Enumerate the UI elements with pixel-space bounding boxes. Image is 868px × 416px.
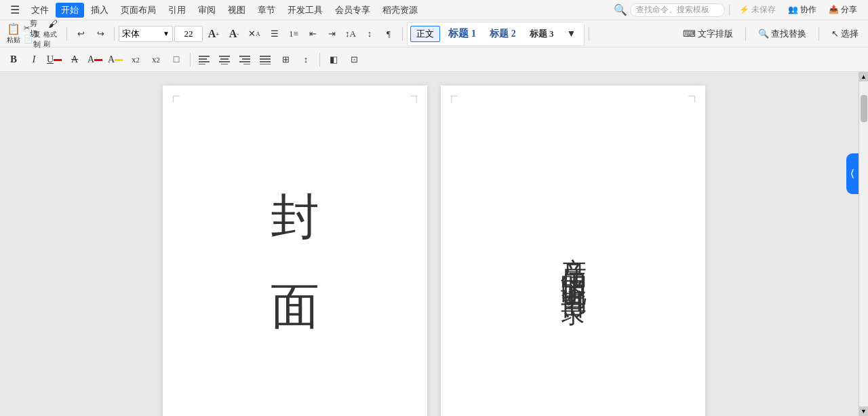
list-unordered-btn[interactable]: ☰ (265, 24, 284, 43)
scroll-track[interactable] (859, 81, 868, 406)
style-h3[interactable]: 标题 3 (524, 26, 559, 41)
app-menu-icon[interactable]: ☰ (5, 1, 24, 20)
menu-start[interactable]: 开始 (56, 3, 84, 18)
menu-file[interactable]: 文件 (26, 3, 54, 18)
underline-btn[interactable]: U (45, 50, 64, 69)
highlight-btn[interactable]: A (106, 50, 125, 69)
format-painter-btn[interactable]: 🖌 格式刷 (43, 24, 62, 43)
columns-btn[interactable]: ⊞ (276, 50, 295, 69)
superscript-btn[interactable]: x2 (126, 50, 145, 69)
undo-btn[interactable]: ↩ (71, 24, 90, 43)
toolbar-main: 📋 粘贴 ✂ 剪切 📄 复制 🖌 格式刷 ↩ ↪ 宋体 ▼ 22 A+ A- ✕… (0, 20, 868, 48)
align-justify-btn[interactable] (256, 50, 275, 69)
chevron-down-icon: ▼ (163, 30, 170, 37)
corner-mark-tl (173, 96, 180, 102)
menu-references[interactable]: 引用 (163, 3, 191, 18)
increase-font-btn[interactable]: A+ (204, 24, 223, 43)
find-replace-btn[interactable]: 🔍 查找替换 (753, 26, 812, 42)
style-h2[interactable]: 标题 2 (484, 26, 521, 41)
scroll-thumb[interactable] (861, 95, 867, 122)
shading-btn[interactable]: ◧ (324, 50, 343, 69)
italic-btn[interactable]: I (24, 50, 43, 69)
clear-format-btn[interactable]: ✕A (245, 24, 264, 43)
font-color-btn[interactable]: A (85, 50, 104, 69)
search-icon: 🔍 (758, 29, 769, 39)
list-ordered-btn[interactable]: 1≡ (284, 24, 303, 43)
styles-more-btn[interactable]: ▼ (562, 24, 581, 43)
scroll-up-btn[interactable]: ▲ (859, 72, 869, 81)
menu-view[interactable]: 视图 (222, 3, 251, 18)
corner-mark-tl (451, 96, 458, 102)
indent-btn[interactable]: ⇥ (322, 24, 341, 43)
side-panel-btn[interactable] (846, 153, 859, 194)
corner-mark-tr (410, 96, 417, 102)
menu-review[interactable]: 审阅 (193, 3, 221, 18)
menu-developer[interactable]: 开发工具 (282, 3, 328, 18)
search-box[interactable]: 查找命令、搜索模板 (630, 3, 725, 17)
copy-btn[interactable]: 📄 复制 (24, 35, 43, 44)
align-right-btn[interactable] (235, 50, 254, 69)
style-normal[interactable]: 正文 (410, 26, 440, 42)
menu-bar: ☰ 文件 开始 插入 页面布局 引用 审阅 视图 章节 开发工具 会员专享 稻壳… (0, 0, 868, 20)
corner-mark-tr (688, 96, 695, 102)
text-layout-btn[interactable]: ⌨ 文字排版 (677, 26, 738, 42)
toolbar-formatting: B I U A A A x2 x2 □ ⊞ ↕ ◧ ⊡ (0, 48, 868, 72)
align-left-btn[interactable] (195, 50, 214, 69)
style-presets-panel: 正文 标题 1 标题 2 标题 3 ▼ (407, 22, 585, 46)
line-spacing2-btn[interactable]: ↕ (296, 50, 315, 69)
scrollbar-vertical[interactable]: ▲ ▼ (859, 72, 868, 416)
decrease-font-btn[interactable]: A- (224, 24, 243, 43)
menu-section[interactable]: 章节 (252, 3, 281, 18)
menu-member[interactable]: 会员专享 (330, 3, 376, 18)
select-btn[interactable]: ↖ 选择 (826, 26, 864, 42)
page1-content: 封 面 (163, 86, 427, 416)
redo-btn[interactable]: ↪ (91, 24, 110, 43)
cursor-icon: ↖ (831, 29, 839, 39)
page-2[interactable]: 产品使用说明书目录 (441, 86, 705, 416)
menu-insert[interactable]: 插入 (85, 3, 114, 18)
style-h1[interactable]: 标题 1 (443, 26, 481, 41)
font-family-selector[interactable]: 宋体 ▼ (119, 26, 173, 42)
sort-btn[interactable]: ↕A (341, 24, 360, 43)
align-center-btn[interactable] (215, 50, 234, 69)
border-btn[interactable]: □ (167, 50, 186, 69)
share-btn[interactable]: 📤 分享 (823, 3, 863, 17)
line-spacing-btn[interactable]: ↕ (360, 24, 379, 43)
cover-char-1: 封 (271, 193, 319, 242)
bold-btn[interactable]: B (4, 50, 23, 69)
main-content: 封 面 产品使用说明书目录 ▲ ▼ (0, 72, 868, 416)
font-size-input[interactable]: 22 (174, 26, 203, 42)
menu-shell[interactable]: 稻壳资源 (377, 3, 423, 18)
vertical-text: 产品使用说明书目录 (557, 238, 589, 286)
cover-char-2: 面 (271, 282, 319, 331)
paste-btn[interactable]: 📋 粘贴 (4, 24, 23, 43)
right-tools: ⌨ 文字排版 🔍 查找替换 ↖ 选择 (677, 26, 864, 42)
unsaved-status: ⚡ 未保存 (734, 3, 781, 17)
strikethrough-btn[interactable]: A (65, 50, 84, 69)
outdent-btn[interactable]: ⇤ (303, 24, 322, 43)
text-layout-icon: ⌨ (683, 29, 696, 39)
menu-layout[interactable]: 页面布局 (115, 3, 161, 18)
collaborate-btn[interactable]: 👥 协作 (783, 3, 822, 17)
paragraph-btn[interactable]: ¶ (379, 24, 398, 43)
page-1[interactable]: 封 面 (163, 86, 427, 416)
subscript-btn[interactable]: x2 (146, 50, 165, 69)
border2-btn[interactable]: ⊡ (344, 50, 363, 69)
pages-container: 封 面 产品使用说明书目录 (0, 72, 868, 416)
scroll-down-btn[interactable]: ▼ (859, 406, 869, 416)
page2-content: 产品使用说明书目录 (441, 86, 705, 416)
